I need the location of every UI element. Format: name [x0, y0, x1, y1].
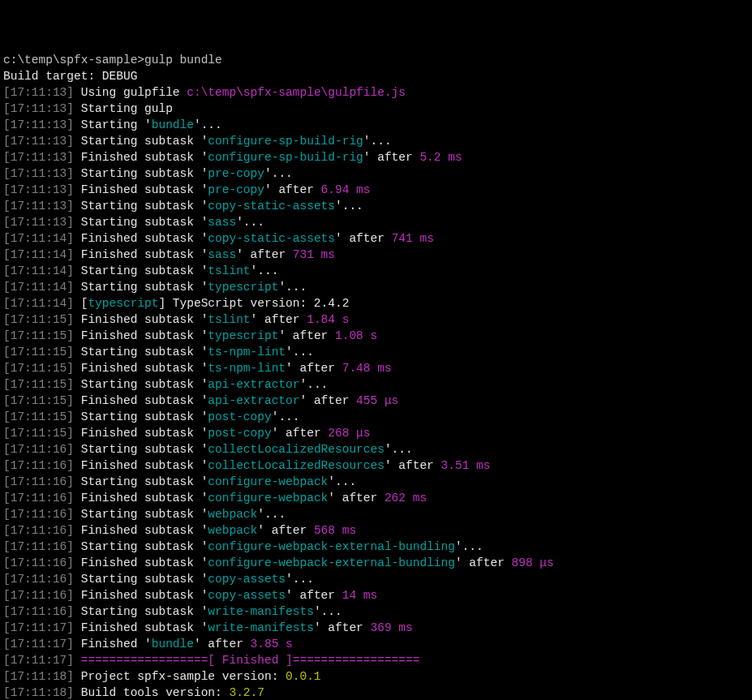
log-line: [17:11:15] Finished subtask 'ts-npm-lint…: [3, 360, 749, 376]
timestamp: [17:11:13]: [3, 216, 74, 229]
log-segment: Finished subtask ': [81, 362, 208, 375]
log-output: [17:11:13] Using gulpfile c:\temp\spfx-s…: [3, 84, 749, 700]
log-segment: 5.2 ms: [419, 151, 462, 164]
log-line: [17:11:16] Finished subtask 'collectLoca…: [3, 457, 749, 474]
log-segment: post-copy: [208, 427, 271, 440]
prompt-command: gulp bundle: [144, 54, 222, 67]
log-segment: 1.08 s: [335, 329, 377, 342]
log-segment: Starting subtask ': [81, 264, 208, 277]
log-segment: Starting subtask ': [81, 410, 208, 423]
log-segment: configure-webpack: [208, 475, 328, 488]
build-target-line: Build target: DEBUG: [3, 68, 749, 84]
log-segment: Finished subtask ': [81, 232, 208, 245]
log-segment: typescript: [88, 297, 158, 310]
log-line: [17:11:14] Starting subtask 'tslint'...: [3, 263, 749, 279]
log-segment: 455 μs: [356, 394, 398, 407]
log-segment: 898 μs: [512, 556, 554, 569]
timestamp: [17:11:16]: [3, 573, 74, 586]
log-segment: tslint: [208, 313, 250, 326]
log-segment: ' after: [363, 151, 420, 164]
log-segment: typescript: [208, 329, 278, 342]
log-line: [17:11:15] Starting subtask 'api-extract…: [3, 376, 749, 393]
log-segment: 3.51 ms: [441, 459, 491, 472]
log-segment: api-extractor: [208, 394, 299, 407]
log-segment: '...: [272, 410, 300, 423]
log-segment: Finished subtask ': [81, 329, 208, 342]
log-segment: ' after: [194, 638, 251, 651]
log-segment: bundle: [152, 638, 194, 651]
log-line: [17:11:18] Build tools version: 3.2.7: [3, 685, 749, 700]
log-line: [17:11:15] Starting subtask 'ts-npm-lint…: [3, 344, 749, 360]
log-segment: ' after: [299, 394, 356, 407]
log-segment: collectLocalizedResources: [208, 459, 385, 472]
log-line: [17:11:18] Project spfx-sample version: …: [3, 668, 749, 685]
timestamp: [17:11:15]: [3, 427, 74, 440]
log-segment: Starting subtask ': [81, 443, 208, 456]
timestamp: [17:11:13]: [3, 86, 74, 99]
log-segment: Starting subtask ': [81, 508, 208, 521]
log-segment: Finished ': [81, 638, 152, 651]
log-segment: ' after: [272, 427, 329, 440]
log-line: [17:11:16] Starting subtask 'configure-w…: [3, 539, 749, 555]
log-segment: 741 ms: [392, 232, 434, 245]
log-segment: '...: [257, 508, 286, 521]
log-segment: 369 ms: [371, 621, 413, 634]
timestamp: [17:11:18]: [3, 686, 74, 699]
log-line: [17:11:17] ==================[ Finished …: [3, 652, 749, 668]
timestamp: [17:11:16]: [3, 475, 74, 488]
log-segment: ts-npm-lint: [208, 346, 286, 359]
log-line: [17:11:14] [typescript] TypeScript versi…: [3, 295, 749, 311]
log-line: [17:11:16] Starting subtask 'write-manif…: [3, 603, 749, 620]
timestamp: [17:11:15]: [3, 313, 74, 326]
log-line: [17:11:16] Finished subtask 'webpack' af…: [3, 522, 749, 539]
log-segment: sass: [208, 248, 236, 261]
log-line: [17:11:13] Starting subtask 'copy-static…: [3, 198, 749, 214]
log-line: [17:11:15] Finished subtask 'tslint' aft…: [3, 311, 749, 328]
log-segment: '...: [314, 605, 342, 618]
timestamp: [17:11:16]: [3, 508, 74, 521]
log-segment: webpack: [208, 508, 257, 521]
log-line: [17:11:16] Starting subtask 'webpack'...: [3, 506, 749, 522]
log-line: [17:11:15] Finished subtask 'post-copy' …: [3, 425, 749, 441]
log-line: [17:11:16] Starting subtask 'configure-w…: [3, 474, 749, 490]
log-segment: copy-static-assets: [208, 232, 335, 245]
timestamp: [17:11:13]: [3, 167, 74, 180]
log-segment: ] TypeScript version: 2.4.2: [158, 297, 349, 310]
log-segment: c:\temp\spfx-sample\gulpfile.js: [187, 86, 406, 99]
log-segment: Finished subtask ': [81, 524, 208, 537]
log-segment: Finished subtask ': [81, 248, 208, 261]
log-segment: configure-webpack-external-bundling: [208, 556, 455, 569]
timestamp: [17:11:16]: [3, 459, 74, 472]
log-segment: Starting gulp: [81, 102, 173, 115]
timestamp: [17:11:15]: [3, 410, 74, 423]
timestamp: [17:11:13]: [3, 200, 74, 213]
log-line: [17:11:17] Finished subtask 'write-manif…: [3, 620, 749, 636]
timestamp: [17:11:15]: [3, 394, 74, 407]
build-target-value: DEBUG: [102, 70, 138, 83]
log-segment: Finished subtask ': [81, 589, 208, 602]
log-line: [17:11:13] Starting subtask 'configure-s…: [3, 133, 749, 149]
log-line: [17:11:15] Starting subtask 'post-copy'.…: [3, 409, 749, 425]
log-segment: sass: [208, 216, 236, 229]
log-line: [17:11:13] Using gulpfile c:\temp\spfx-s…: [3, 84, 749, 101]
log-line: [17:11:14] Starting subtask 'typescript'…: [3, 279, 749, 295]
log-segment: 1.84 s: [307, 313, 349, 326]
log-segment: ' after: [314, 621, 371, 634]
timestamp: [17:11:14]: [3, 281, 74, 294]
timestamp: [17:11:16]: [3, 556, 74, 569]
log-segment: copy-assets: [208, 573, 286, 586]
log-segment: Starting subtask ': [81, 475, 208, 488]
timestamp: [17:11:16]: [3, 443, 74, 456]
log-line: [17:11:15] Finished subtask 'api-extract…: [3, 393, 749, 409]
timestamp: [17:11:13]: [3, 135, 74, 148]
log-segment: ==================[ Finished ]==========…: [81, 654, 420, 667]
log-segment: '...: [278, 281, 307, 294]
log-segment: 0.0.1: [286, 670, 321, 683]
log-segment: webpack: [208, 524, 257, 537]
log-segment: 3.85 s: [251, 638, 293, 651]
log-segment: Finished subtask ': [81, 556, 208, 569]
log-line: [17:11:13] Starting subtask 'pre-copy'..…: [3, 165, 749, 182]
log-line: [17:11:15] Finished subtask 'typescript'…: [3, 328, 749, 344]
log-line: [17:11:16] Starting subtask 'collectLoca…: [3, 441, 749, 457]
log-line: [17:11:16] Finished subtask 'configure-w…: [3, 490, 749, 506]
